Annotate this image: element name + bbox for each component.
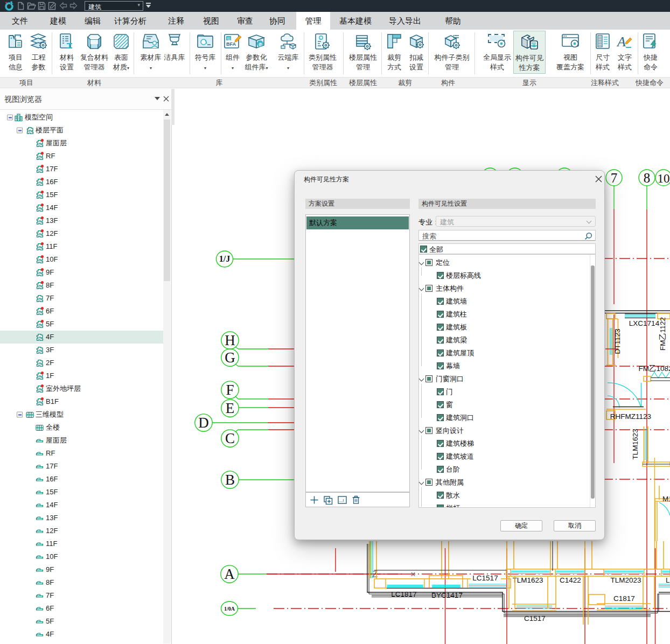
svg-text:...I: ...I [339,498,344,503]
svg-text:RHFMZ1123: RHFMZ1123 [610,412,651,421]
svg-text:1/J: 1/J [219,254,230,263]
svg-text:E: E [226,400,235,416]
svg-text:B: B [225,472,235,488]
svg-text:C1517: C1517 [524,614,546,622]
svg-text:参: 参 [259,42,263,47]
svg-text:A: A [617,34,626,50]
svg-text:F: F [226,382,234,398]
svg-text:M10: M10 [662,495,670,503]
svg-text:1/0A: 1/0A [224,606,235,612]
svg-text:TLM2023: TLM2023 [610,576,641,584]
svg-text:+: + [12,2,13,5]
svg-text:D: D [198,415,209,431]
svg-text:BFA: BFA [226,41,236,47]
svg-text:FM乙1082: FM乙1082 [638,365,670,373]
svg-text:7: 7 [611,171,618,185]
svg-text:DT1123: DT1123 [613,328,622,354]
svg-text:LC: LC [666,576,670,584]
svg-text:C: C [225,430,235,446]
svg-text:8: 8 [644,171,651,185]
svg-text:C1422: C1422 [560,576,581,584]
svg-text:LC1517: LC1517 [472,574,498,582]
svg-text:G: G [225,349,235,366]
svg-text:C1817: C1817 [613,594,635,603]
svg-text:FM乙1122: FM乙1122 [659,317,667,351]
svg-text:A: A [224,566,235,582]
svg-text:i: i [320,37,321,40]
svg-text:TLM1623: TLM1623 [512,576,543,584]
svg-text:×: × [410,570,415,579]
svg-text:组: 组 [227,37,231,40]
svg-text:TLM1623: TLM1623 [631,429,639,459]
svg-text:H: H [225,332,235,348]
svg-text:LXC1714: LXC1714 [629,319,660,327]
svg-text:10: 10 [658,172,670,185]
